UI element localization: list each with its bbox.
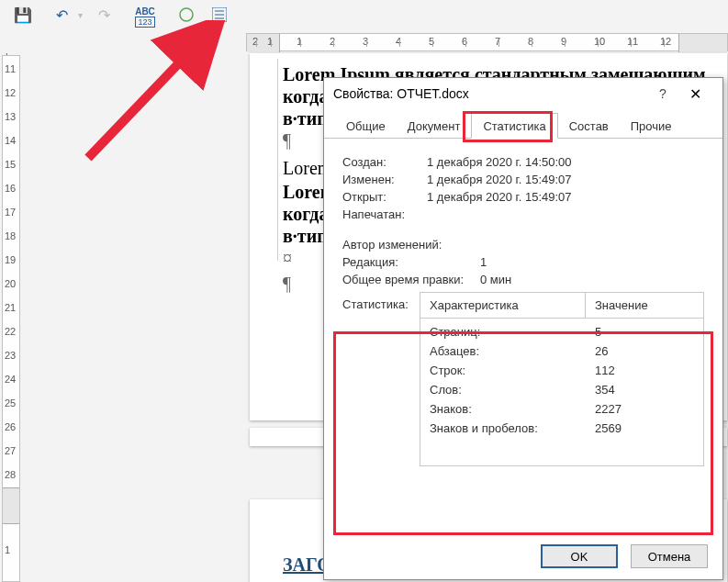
svg-point-0 bbox=[180, 8, 193, 21]
tab-statistics[interactable]: Статистика bbox=[471, 113, 557, 139]
stats-row-key: Знаков: bbox=[420, 399, 586, 419]
pilcrow-icon: ¶ bbox=[283, 274, 291, 295]
ruler-tick: 27 bbox=[5, 445, 16, 456]
tab-contents[interactable]: Состав bbox=[558, 114, 620, 138]
properties-dialog: Свойства: ОТЧЕТ.docx ? ✕ Общие Документ … bbox=[323, 77, 723, 580]
ruler-tick: 16 bbox=[5, 183, 16, 194]
stats-row: Абзацев:26 bbox=[420, 341, 703, 361]
ruler-tick: 10 bbox=[594, 36, 605, 47]
ruler-tick: 24 bbox=[5, 374, 16, 385]
spellcheck-icon[interactable]: ABC123 bbox=[132, 6, 158, 24]
undo-icon[interactable]: ↶ bbox=[51, 6, 72, 24]
ruler-tick: 15 bbox=[5, 159, 16, 170]
tab-general[interactable]: Общие bbox=[335, 114, 397, 138]
dialog-titlebar[interactable]: Свойства: ОТЧЕТ.docx ? ✕ bbox=[324, 78, 722, 109]
stats-row-val: 26 bbox=[586, 341, 703, 361]
close-button[interactable]: ✕ bbox=[677, 85, 713, 103]
pilcrow-icon: ¶ bbox=[283, 130, 291, 151]
stats-row-val: 354 bbox=[586, 380, 703, 399]
annotation-arrow bbox=[79, 20, 235, 167]
statistics-table: Характеристика Значение Страниц:5Абзацев… bbox=[420, 292, 704, 466]
modified-label: Изменен: bbox=[342, 173, 427, 186]
dialog-title: Свойства: ОТЧЕТ.docx bbox=[333, 86, 649, 101]
ruler-tick: 11 bbox=[627, 36, 638, 47]
stats-row: Знаков:2227 bbox=[420, 399, 703, 419]
ruler-tick: 11 bbox=[5, 63, 16, 74]
svg-line-5 bbox=[88, 26, 215, 158]
printed-label: Напечатан: bbox=[342, 207, 427, 221]
tab-other[interactable]: Прочие bbox=[620, 114, 683, 138]
statistics-label: Статистика: bbox=[342, 292, 420, 466]
ruler-horizontal[interactable]: 21123456789101112 bbox=[246, 33, 728, 51]
revision-value: 1 bbox=[480, 255, 704, 269]
ruler-tick: 20 bbox=[5, 278, 16, 289]
save-icon[interactable]: 💾 bbox=[13, 6, 33, 24]
shape-circle-icon[interactable] bbox=[176, 6, 196, 24]
ruler-tick: 25 bbox=[5, 397, 16, 409]
stats-row-key: Знаков и пробелов: bbox=[420, 419, 586, 438]
stats-row-key: Строк: bbox=[420, 361, 586, 380]
dialog-tabs: Общие Документ Статистика Состав Прочие bbox=[324, 109, 722, 139]
ruler-vertical[interactable]: 1112131415161718192021222324252627281 bbox=[2, 55, 20, 582]
ruler-tick: 22 bbox=[5, 326, 16, 337]
stats-row: Страниц:5 bbox=[420, 322, 703, 341]
ruler-tick: 26 bbox=[5, 421, 16, 432]
cancel-button[interactable]: Отмена bbox=[631, 544, 708, 568]
ruler-tick: 18 bbox=[5, 230, 16, 241]
ok-button[interactable]: OK bbox=[541, 544, 618, 568]
created-label: Создан: bbox=[342, 155, 427, 169]
stats-row-val: 2569 bbox=[586, 419, 703, 438]
stats-head-value: Значение bbox=[586, 293, 703, 318]
ruler-tick: 14 bbox=[5, 135, 16, 146]
author-label: Автор изменений: bbox=[342, 238, 480, 252]
modified-value: 1 декабря 2020 г. 15:49:07 bbox=[427, 173, 704, 186]
ruler-tick: 21 bbox=[5, 302, 16, 313]
opened-label: Открыт: bbox=[342, 190, 427, 204]
tab-document[interactable]: Документ bbox=[397, 114, 472, 138]
redo-icon[interactable]: ↷ bbox=[94, 6, 114, 24]
quick-access-toolbar: 💾 ↶ ▾ ↷ ABC123 bbox=[0, 0, 728, 29]
stats-row-key: Страниц: bbox=[420, 322, 586, 341]
ruler-tick: 19 bbox=[5, 254, 16, 265]
stats-row-val: 112 bbox=[586, 361, 703, 380]
dialog-body: Создан:1 декабря 2020 г. 14:50:00 Измене… bbox=[324, 139, 722, 476]
ruler-tick: 17 bbox=[5, 207, 16, 218]
edittime-value: 0 мин bbox=[480, 273, 704, 286]
list-icon[interactable] bbox=[209, 6, 230, 24]
cell-end-icon: ¤ bbox=[283, 248, 292, 269]
undo-dropdown-icon[interactable]: ▾ bbox=[70, 6, 90, 24]
stats-row-val: 2227 bbox=[586, 399, 703, 419]
edittime-label: Общее время правки: bbox=[342, 273, 480, 286]
ruler-tick: 12 bbox=[660, 36, 671, 47]
printed-value bbox=[427, 207, 704, 221]
ruler-tick: 12 bbox=[5, 87, 16, 98]
created-value: 1 декабря 2020 г. 14:50:00 bbox=[427, 155, 704, 169]
stats-head-characteristic: Характеристика bbox=[420, 293, 586, 318]
ruler-tick: 13 bbox=[5, 111, 16, 122]
help-button[interactable]: ? bbox=[649, 86, 677, 101]
ruler-tick: 1 bbox=[5, 544, 10, 555]
stats-row: Знаков и пробелов:2569 bbox=[420, 419, 703, 438]
author-value bbox=[480, 238, 704, 252]
stats-row: Слов:354 bbox=[420, 380, 703, 399]
stats-row: Строк:112 bbox=[420, 361, 703, 380]
opened-value: 1 декабря 2020 г. 15:49:07 bbox=[427, 190, 704, 204]
ruler-tick: 23 bbox=[5, 350, 16, 361]
stats-row-key: Абзацев: bbox=[420, 341, 586, 361]
ruler-tick: 28 bbox=[5, 469, 16, 480]
stats-row-key: Слов: bbox=[420, 380, 586, 399]
revision-label: Редакция: bbox=[342, 255, 480, 269]
stats-row-val: 5 bbox=[586, 322, 703, 341]
